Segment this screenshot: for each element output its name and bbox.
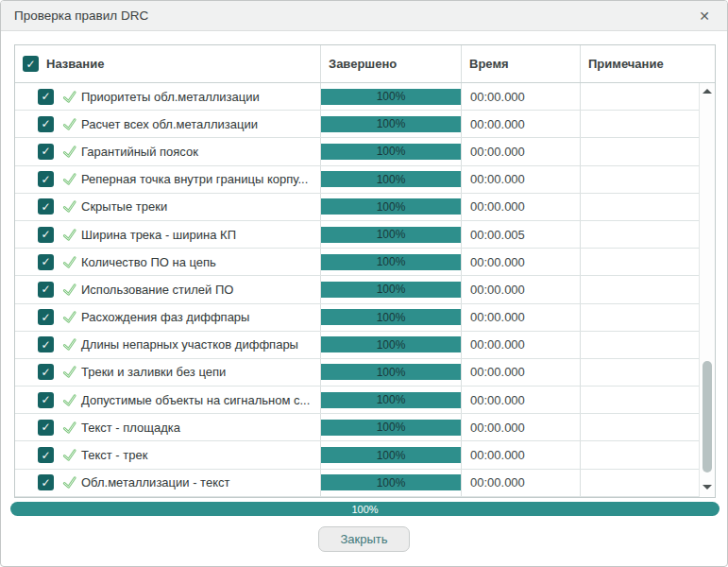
table-row: ✓ Приоритеты обл.металлизации 100% 00:00… bbox=[15, 83, 699, 111]
passed-check-icon bbox=[61, 171, 77, 187]
scroll-up-arrow-icon[interactable] bbox=[703, 89, 712, 94]
table-body-wrap: ✓ Приоритеты обл.металлизации 100% 00:00… bbox=[15, 83, 715, 497]
rule-time: 00:00.000 bbox=[462, 359, 581, 386]
row-checkbox[interactable]: ✓ bbox=[38, 392, 54, 408]
rule-progressbar: 100% bbox=[321, 282, 461, 298]
close-icon[interactable]: ✕ bbox=[695, 8, 714, 25]
checkmark-icon: ✓ bbox=[41, 393, 50, 406]
row-checkbox[interactable]: ✓ bbox=[38, 364, 54, 380]
rule-progress-label: 100% bbox=[377, 117, 406, 130]
row-checkbox[interactable]: ✓ bbox=[38, 254, 54, 270]
overall-progress-label: 100% bbox=[351, 504, 378, 515]
rule-progress-cell: 100% bbox=[321, 276, 462, 302]
rule-time: 00:00.000 bbox=[462, 111, 581, 137]
table-row: ✓ Текст - площадка 100% 00:00.000 bbox=[15, 414, 699, 441]
rule-name-cell: ✓ Приоритеты обл.металлизации bbox=[15, 83, 321, 110]
row-checkbox[interactable]: ✓ bbox=[38, 89, 54, 105]
row-checkbox[interactable]: ✓ bbox=[38, 227, 54, 243]
row-checkbox[interactable]: ✓ bbox=[38, 336, 54, 352]
rule-progress-cell: 100% bbox=[321, 332, 462, 358]
table-body: ✓ Приоритеты обл.металлизации 100% 00:00… bbox=[15, 83, 699, 497]
checkmark-icon: ✓ bbox=[41, 338, 50, 352]
row-checkbox[interactable]: ✓ bbox=[38, 447, 54, 463]
table-row: ✓ Треки и заливки без цепи 100% 00:00.00… bbox=[15, 359, 699, 387]
row-checkbox[interactable]: ✓ bbox=[38, 198, 54, 215]
row-checkbox[interactable]: ✓ bbox=[38, 144, 54, 160]
rule-progressbar: 100% bbox=[321, 392, 461, 408]
rule-progressbar: 100% bbox=[321, 144, 461, 160]
checkmark-icon: ✓ bbox=[41, 449, 50, 462]
close-button[interactable]: Закрыть bbox=[318, 526, 410, 552]
rule-progressbar: 100% bbox=[321, 420, 461, 436]
rule-name: Ширина трека - ширина КП bbox=[81, 228, 236, 242]
rule-note bbox=[581, 138, 699, 164]
rule-time: 00:00.000 bbox=[462, 304, 581, 331]
scroll-down-arrow-icon[interactable] bbox=[703, 485, 712, 490]
row-checkbox[interactable]: ✓ bbox=[38, 282, 54, 298]
table-scrollbar[interactable] bbox=[699, 83, 715, 497]
checkmark-icon: ✓ bbox=[41, 173, 50, 186]
row-checkbox[interactable]: ✓ bbox=[38, 116, 54, 132]
rule-note bbox=[581, 441, 699, 468]
row-checkbox[interactable]: ✓ bbox=[38, 420, 54, 436]
passed-check-icon bbox=[61, 254, 77, 270]
rule-name-cell: ✓ Треки и заливки без цепи bbox=[15, 359, 321, 386]
rule-name-cell: ✓ Реперная точка внутри границы корпу... bbox=[15, 166, 321, 193]
rule-name-cell: ✓ Количество ПО на цепь bbox=[15, 249, 321, 275]
rule-name: Расчет всех обл.металлизации bbox=[81, 117, 258, 131]
column-header-time: Время bbox=[462, 45, 581, 82]
passed-check-icon bbox=[61, 309, 77, 325]
passed-check-icon bbox=[61, 364, 77, 380]
rule-time: 00:00.000 bbox=[462, 138, 581, 164]
column-header-name-label: Название bbox=[46, 57, 104, 71]
checkmark-icon: ✓ bbox=[41, 311, 50, 324]
rule-progress-label: 100% bbox=[377, 311, 406, 324]
rule-name: Использование стилей ПО bbox=[81, 283, 233, 297]
rule-time: 00:00.000 bbox=[462, 276, 581, 302]
table-row: ✓ Расчет всех обл.металлизации 100% 00:0… bbox=[15, 111, 699, 138]
checkmark-icon: ✓ bbox=[41, 283, 50, 296]
rule-progressbar: 100% bbox=[321, 227, 461, 243]
passed-check-icon bbox=[61, 144, 77, 160]
rule-name-cell: ✓ Обл.металлизации - текст bbox=[15, 470, 321, 496]
rule-time: 00:00.000 bbox=[462, 166, 581, 193]
rule-progress-cell: 100% bbox=[321, 414, 462, 440]
button-row: Закрыть bbox=[1, 526, 727, 552]
checkmark-icon: ✓ bbox=[41, 228, 50, 241]
rule-time: 00:00.005 bbox=[462, 221, 581, 248]
rule-name: Допустимые объекты на сигнальном с... bbox=[81, 393, 310, 407]
scrollbar-thumb[interactable] bbox=[703, 361, 712, 472]
rule-note bbox=[581, 332, 699, 358]
rule-progress-label: 100% bbox=[377, 421, 406, 434]
rule-name: Текст - площадка bbox=[81, 421, 180, 435]
rule-progressbar: 100% bbox=[321, 254, 461, 270]
rule-name: Реперная точка внутри границы корпу... bbox=[81, 172, 308, 186]
rule-time: 00:00.000 bbox=[462, 194, 581, 220]
row-checkbox[interactable]: ✓ bbox=[38, 171, 54, 187]
rule-note bbox=[581, 359, 699, 386]
rule-time: 00:00.000 bbox=[462, 332, 581, 358]
row-checkbox[interactable]: ✓ bbox=[38, 474, 54, 490]
row-checkbox[interactable]: ✓ bbox=[38, 309, 54, 325]
passed-check-icon bbox=[61, 474, 77, 490]
table-row: ✓ Длины непарных участков диффпары 100% … bbox=[15, 332, 699, 359]
table-row: ✓ Текст - трек 100% 00:00.000 bbox=[15, 441, 699, 469]
rule-progress-label: 100% bbox=[377, 228, 406, 241]
select-all-checkbox[interactable]: ✓ bbox=[23, 56, 39, 72]
passed-check-icon bbox=[61, 447, 77, 463]
table-row: ✓ Ширина трека - ширина КП 100% 00:00.00… bbox=[15, 221, 699, 249]
rule-name: Скрытые треки bbox=[81, 199, 167, 214]
rule-progress-label: 100% bbox=[377, 366, 406, 379]
passed-check-icon bbox=[61, 392, 77, 408]
rule-name-cell: ✓ Длины непарных участков диффпары bbox=[15, 332, 321, 358]
rule-progress-cell: 100% bbox=[321, 470, 462, 496]
rule-progress-label: 100% bbox=[377, 393, 406, 406]
checkmark-icon: ✓ bbox=[41, 421, 50, 434]
rule-name: Обл.металлизации - текст bbox=[81, 475, 229, 490]
rule-name: Гарантийный поясок bbox=[81, 145, 198, 159]
rule-time: 00:00.000 bbox=[462, 249, 581, 275]
table-row: ✓ Гарантийный поясок 100% 00:00.000 bbox=[15, 138, 699, 165]
rule-name-cell: ✓ Расчет всех обл.металлизации bbox=[15, 111, 321, 137]
rule-progress-cell: 100% bbox=[321, 249, 462, 275]
column-header-completed: Завершено bbox=[321, 45, 462, 82]
